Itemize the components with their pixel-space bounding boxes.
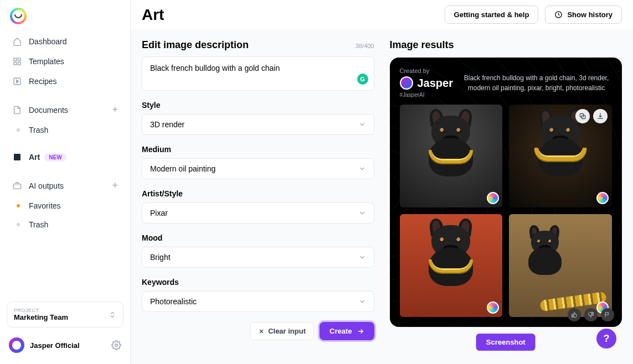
- thumbs-down-button[interactable]: [584, 308, 598, 321]
- nav-documents[interactable]: Documents +: [7, 100, 123, 120]
- artist-label: Artist/Style: [142, 189, 374, 198]
- results-title: Image results: [390, 39, 622, 51]
- nav-ai-outputs[interactable]: AI outputs +: [7, 175, 123, 196]
- nav-label: AI outputs: [29, 181, 64, 190]
- mood-label: Mood: [142, 233, 374, 242]
- nav-outputs-trash[interactable]: Trash: [7, 216, 123, 233]
- chevron-updown-icon: [109, 311, 116, 319]
- nav-dashboard[interactable]: Dashboard: [7, 32, 123, 51]
- chevron-down-icon: [358, 165, 366, 173]
- creator-avatar: [400, 76, 413, 90]
- watermark-icon: [487, 301, 499, 314]
- archive-icon: [12, 181, 22, 191]
- chevron-down-icon: [358, 121, 366, 128]
- svg-rect-3: [18, 62, 20, 65]
- created-by-label: Created by: [400, 67, 454, 74]
- style-select[interactable]: 3D render: [142, 114, 374, 135]
- grammarly-icon[interactable]: G: [357, 74, 368, 85]
- chevron-down-icon: [358, 253, 366, 261]
- download-button[interactable]: [593, 109, 608, 123]
- flag-button[interactable]: [601, 308, 614, 321]
- nav-label: Templates: [29, 57, 64, 66]
- nav-recipes[interactable]: Recipes: [7, 72, 123, 91]
- watermark-icon: [487, 192, 499, 204]
- page-title: Art: [142, 6, 164, 24]
- nav-label: Dashboard: [29, 37, 67, 46]
- nav-label: Documents: [29, 106, 68, 115]
- clock-icon: [554, 11, 563, 19]
- plus-icon[interactable]: +: [112, 180, 118, 191]
- nav-label: Recipes: [29, 77, 57, 86]
- creator-tag: #JasperAI: [400, 92, 454, 98]
- close-icon: [258, 328, 265, 335]
- project-label: PROJECT: [14, 308, 68, 313]
- creator-name: Jasper: [418, 77, 454, 90]
- keywords-label: Keywords: [142, 278, 374, 287]
- chevron-down-icon: [358, 298, 366, 305]
- dot-icon: [17, 204, 20, 207]
- style-label: Style: [142, 101, 374, 110]
- nav-documents-trash[interactable]: Trash: [7, 121, 123, 139]
- artist-select[interactable]: Pixar: [142, 202, 374, 223]
- image-icon: [12, 152, 22, 162]
- home-icon: [12, 37, 22, 46]
- char-count: 38/400: [356, 43, 374, 49]
- document-icon: [12, 105, 22, 115]
- mood-select[interactable]: Bright: [142, 247, 374, 268]
- medium-select[interactable]: Modern oil painting: [142, 158, 374, 179]
- clear-input-button[interactable]: Clear input: [250, 322, 314, 340]
- edit-description-title: Edit image description: [142, 39, 249, 51]
- getting-started-button[interactable]: Getting started & help: [445, 6, 539, 24]
- result-image-3[interactable]: [400, 214, 503, 317]
- user-row: Jasper Official: [7, 334, 123, 356]
- help-fab[interactable]: ?: [596, 329, 616, 349]
- screenshot-button[interactable]: Screenshot: [476, 334, 536, 351]
- nav-label: Trash: [29, 126, 48, 134]
- avatar: [9, 337, 24, 353]
- create-button[interactable]: Create: [320, 322, 374, 340]
- svg-point-6: [115, 344, 118, 347]
- project-name: Marketing Team: [14, 313, 68, 321]
- medium-label: Medium: [142, 145, 374, 154]
- prompt-text: Black french bulldog with a gold chain, …: [461, 67, 612, 98]
- plus-icon[interactable]: +: [112, 104, 118, 116]
- dot-icon: [17, 223, 20, 226]
- svg-rect-1: [18, 58, 20, 61]
- thumbs-up-button[interactable]: [568, 308, 581, 321]
- svg-rect-0: [14, 58, 17, 61]
- grid-icon: [12, 56, 22, 66]
- result-image-2[interactable]: [509, 105, 612, 207]
- svg-rect-2: [14, 62, 17, 65]
- nav-templates[interactable]: Templates: [7, 52, 123, 71]
- keywords-select[interactable]: Photorealistic: [142, 291, 374, 312]
- user-name: Jasper Official: [30, 341, 80, 350]
- gear-icon[interactable]: [111, 340, 121, 350]
- new-badge: NEW: [44, 153, 66, 162]
- result-image-4[interactable]: [509, 214, 612, 317]
- project-switcher[interactable]: PROJECT Marketing Team: [7, 301, 123, 327]
- result-image-1[interactable]: [400, 105, 503, 207]
- dot-icon: [17, 128, 20, 132]
- nav-favorites[interactable]: Favorites: [7, 197, 123, 215]
- watermark-icon: [596, 192, 609, 204]
- arrow-right-icon: [357, 327, 364, 335]
- nav-label: Favorites: [29, 201, 61, 210]
- copy-button[interactable]: [575, 109, 590, 123]
- description-input[interactable]: Black french bulldog with a gold chain G: [142, 56, 374, 91]
- nav-label: Art: [29, 153, 40, 162]
- app-logo[interactable]: [10, 8, 27, 24]
- play-icon: [12, 76, 22, 86]
- results-canvas: Created by Jasper #JasperAI Black french…: [390, 58, 622, 327]
- svg-rect-5: [14, 154, 20, 160]
- chevron-down-icon: [358, 209, 366, 217]
- nav-art[interactable]: Art NEW: [7, 148, 123, 167]
- show-history-button[interactable]: Show history: [545, 6, 622, 24]
- nav-label: Trash: [29, 220, 48, 229]
